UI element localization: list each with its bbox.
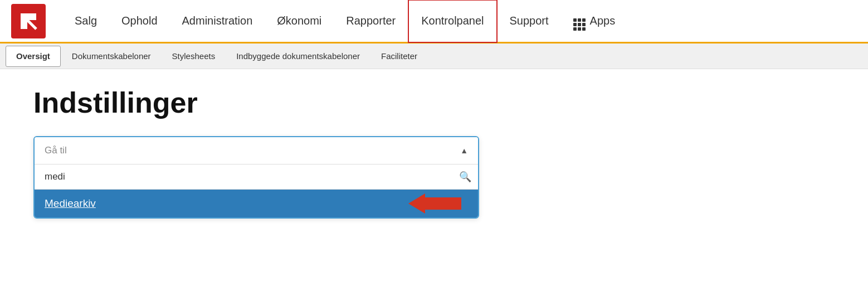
- search-row: 🔍: [35, 164, 478, 190]
- subnav-item-stylesheets[interactable]: Stylesheets: [162, 46, 226, 67]
- logo[interactable]: [11, 4, 46, 38]
- goto-dropdown[interactable]: Gå til ▲ 🔍 Mediearkiv: [33, 136, 479, 219]
- search-icon: 🔍: [459, 171, 471, 183]
- dropdown-result-row: Mediearkiv: [35, 190, 478, 217]
- dropdown-header[interactable]: Gå til ▲: [35, 137, 478, 164]
- nav-item-salg[interactable]: Salg: [62, 0, 109, 43]
- top-navigation: Salg Ophold Administration Økonomi Rappo…: [0, 0, 868, 43]
- subnav-item-indbyggede[interactable]: Indbyggede dokumentskabeloner: [226, 46, 370, 67]
- sub-navigation: Oversigt Dokumentskabeloner Stylesheets …: [0, 43, 868, 69]
- nav-item-ophold[interactable]: Ophold: [109, 0, 170, 43]
- dropdown-arrow-icon: ▲: [460, 146, 468, 155]
- nav-item-apps[interactable]: Apps: [561, 0, 628, 43]
- dropdown-result-mediearkiv[interactable]: Mediearkiv: [45, 197, 96, 210]
- nav-item-rapporter[interactable]: Rapporter: [334, 0, 408, 43]
- subnav-item-dokumentskabeloner[interactable]: Dokumentskabeloner: [62, 46, 161, 67]
- subnav-item-oversigt[interactable]: Oversigt: [6, 46, 61, 67]
- search-input[interactable]: [41, 164, 459, 189]
- nav-item-administration[interactable]: Administration: [170, 0, 265, 43]
- apps-label: Apps: [590, 14, 616, 27]
- nav-items: Salg Ophold Administration Økonomi Rappo…: [62, 0, 857, 43]
- red-arrow-indicator: [408, 193, 461, 214]
- page-title: Indstillinger: [33, 86, 835, 119]
- subnav-item-faciliteter[interactable]: Faciliteter: [371, 46, 427, 67]
- nav-item-kontrolpanel[interactable]: Kontrolpanel: [408, 0, 497, 43]
- nav-item-support[interactable]: Support: [498, 0, 561, 43]
- dropdown-placeholder-label: Gå til: [45, 145, 67, 156]
- main-content: Indstillinger Gå til ▲ 🔍 Mediearkiv: [0, 69, 868, 235]
- nav-item-okonomi[interactable]: Økonomi: [265, 0, 334, 43]
- grid-icon: [573, 12, 586, 31]
